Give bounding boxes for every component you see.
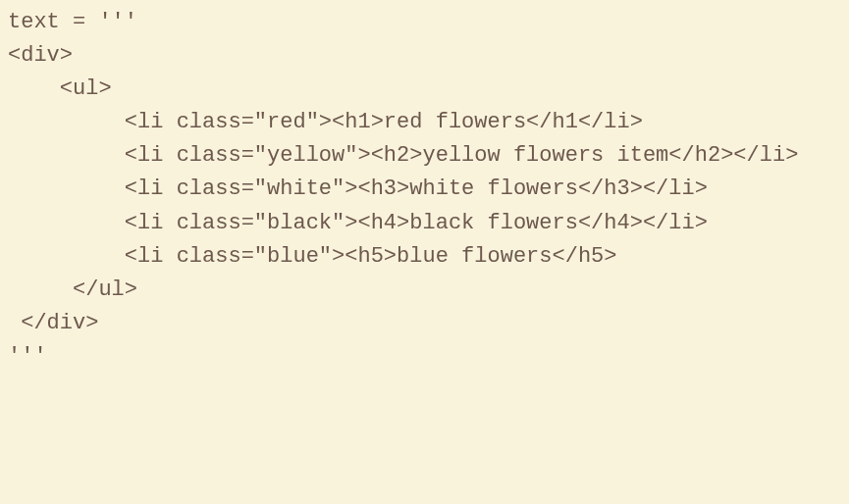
code-line: <li class="white"><h3>white flowers</h3>… (8, 176, 708, 201)
code-line: text = ''' (8, 10, 137, 34)
code-block: text = ''' <div> <ul> <li class="red"><h… (8, 6, 841, 374)
code-line: <li class="red"><h1>red flowers</h1</li> (8, 110, 643, 134)
code-line: </div> (8, 311, 98, 335)
code-line: <li class="yellow"><h2>yellow flowers it… (8, 143, 798, 168)
code-line: <li class="blue"><h5>blue flowers</h5> (8, 244, 617, 269)
code-line: <ul> (8, 76, 112, 101)
code-line: </ul> (8, 277, 137, 302)
code-line: ''' (8, 344, 47, 369)
code-line: <li class="black"><h4>black flowers</h4>… (8, 211, 708, 235)
code-line: <div> (8, 43, 73, 68)
